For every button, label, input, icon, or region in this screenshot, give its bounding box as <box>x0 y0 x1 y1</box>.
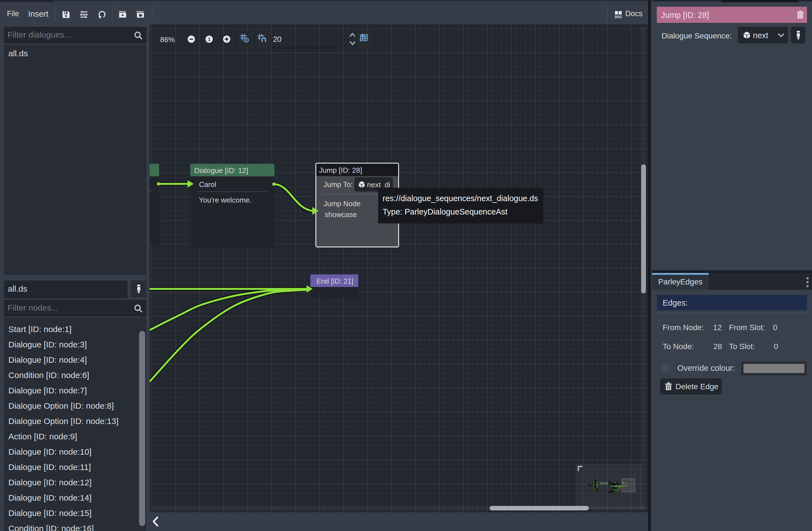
svg-text:1: 1 <box>208 37 211 42</box>
svg-text:DOC: DOC <box>615 15 622 19</box>
